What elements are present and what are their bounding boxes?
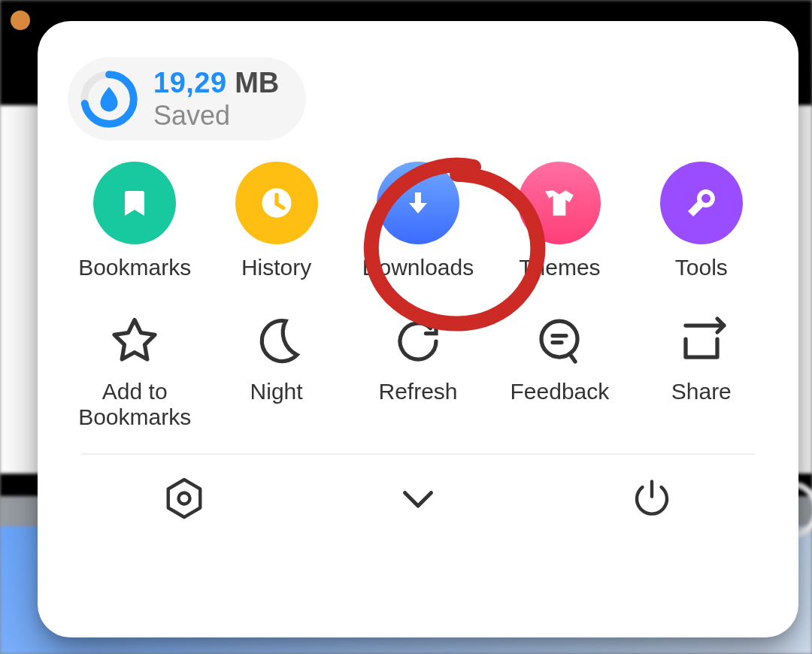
svg-point-4 [179,492,190,504]
menu-item-share[interactable]: Share [635,314,768,431]
data-saver-progress-icon [78,68,140,130]
menu-item-tools[interactable]: Tools [635,162,768,281]
moon-icon [250,314,304,368]
menu-item-label: Bookmarks [78,255,191,281]
menu-item-label: Themes [519,255,600,281]
menu-item-downloads[interactable]: Downloads [351,162,485,281]
menu-item-label: Downloads [362,255,474,281]
menu-item-bookmarks[interactable]: Bookmarks [68,162,201,281]
divider [81,453,755,455]
menu-item-history[interactable]: History [209,162,343,281]
menu-item-label: Share [671,379,732,405]
data-saver-label: Saved [153,101,279,131]
collapse-button[interactable] [391,471,445,525]
chat-icon [532,314,586,368]
data-saver-text: 19,29 MB Saved [153,68,279,130]
data-saver-unit: MB [235,67,279,98]
download-icon [377,162,459,244]
chevron-down-icon [395,476,441,521]
refresh-icon [391,314,445,368]
svg-point-3 [541,321,577,357]
settings-button[interactable] [157,471,211,525]
tshirt-icon [518,162,601,244]
bookmark-icon [93,162,176,244]
data-saver-pill[interactable]: 19,29 MB Saved [68,57,306,141]
share-icon [674,314,729,368]
menu-item-themes[interactable]: Themes [492,162,626,281]
menu-item-night[interactable]: Night [209,314,343,431]
menu-item-refresh[interactable]: Refresh [351,314,485,431]
star-icon [108,314,162,368]
power-icon [629,476,674,521]
menu-item-label: Night [250,379,303,405]
menu-item-label: History [241,255,311,281]
wrench-icon [660,162,743,244]
bottom-bar [68,471,768,525]
menu-item-feedback[interactable]: Feedback [492,314,626,431]
exit-button[interactable] [625,471,679,525]
browser-menu-sheet: 19,29 MB Saved Bookmarks History Downloa… [38,21,798,637]
clock-icon [235,162,318,244]
menu-item-label: Tools [675,255,728,281]
data-saver-amount: 19,29 [153,67,227,98]
status-dot [11,11,30,30]
menu-grid: Bookmarks History Downloads Themes Tools [68,162,768,431]
menu-item-label: Add to Bookmarks [68,379,201,431]
menu-item-label: Feedback [511,379,610,405]
menu-item-add-bookmark[interactable]: Add to Bookmarks [68,314,201,431]
menu-item-label: Refresh [378,379,457,405]
settings-hex-icon [162,476,207,521]
